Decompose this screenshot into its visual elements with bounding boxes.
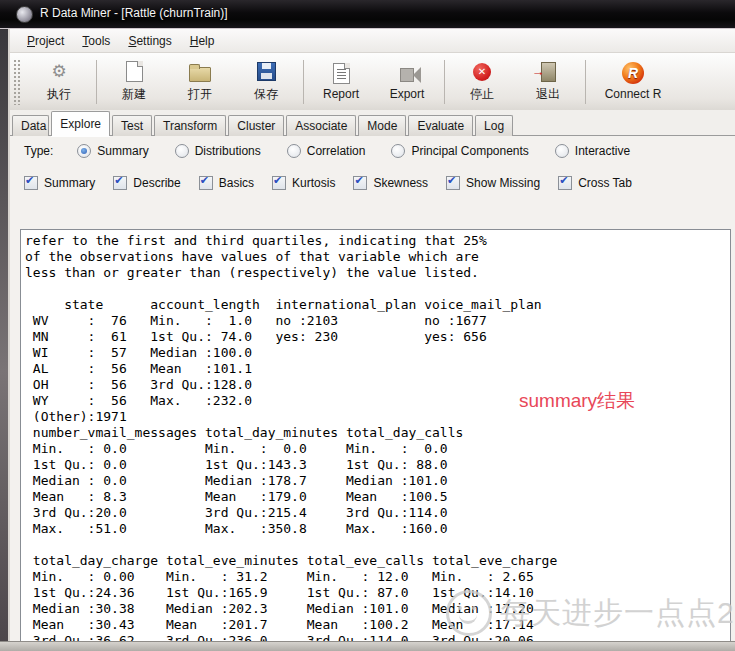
type-option-label: Interactive: [575, 144, 630, 158]
checkbox-checked-icon: [24, 176, 38, 190]
connect-r-button-label: Connect R: [605, 87, 662, 101]
type-option-correlation[interactable]: Correlation: [287, 144, 366, 158]
type-option-label: Correlation: [307, 144, 366, 158]
checkbox-label: Summary: [44, 176, 95, 190]
tab-associate[interactable]: Associate: [286, 115, 356, 136]
menu-help[interactable]: Help: [181, 31, 224, 51]
new-button-label: 新建: [122, 86, 146, 103]
toolbar-separator: [96, 60, 97, 104]
stop-icon: ✕: [473, 63, 491, 81]
open-button-label: 打开: [188, 86, 212, 103]
stop-button-label: 停止: [470, 86, 494, 103]
summary-output-box: refer to the first and third quartiles, …: [20, 229, 731, 651]
toolbar-separator: [303, 60, 304, 104]
checkbox-row: Summary Describe Basics Kurtosis Skewnes…: [24, 176, 650, 190]
new-page-icon: [126, 61, 143, 82]
tab-strip: Data Explore Test Transform Cluster Asso…: [10, 110, 735, 136]
export-button[interactable]: Export: [374, 57, 440, 107]
radio-icon: [287, 144, 301, 158]
checkbox-describe[interactable]: Describe: [113, 176, 180, 190]
connect-r-button[interactable]: R Connect R: [590, 57, 676, 107]
type-option-label: Principal Components: [411, 144, 528, 158]
checkbox-checked-icon: [113, 176, 127, 190]
execute-gears-icon: ⚙: [51, 61, 66, 83]
tab-transform[interactable]: Transform: [154, 115, 226, 136]
desktop-background: [0, 29, 8, 651]
checkbox-checked-icon: [446, 176, 460, 190]
rattle-app-icon: [16, 6, 33, 23]
menu-tools[interactable]: Tools: [73, 31, 119, 51]
export-button-label: Export: [390, 87, 425, 101]
report-button[interactable]: Report: [308, 57, 374, 107]
checkbox-cross-tab[interactable]: Cross Tab: [558, 176, 632, 190]
checkbox-label: Kurtosis: [292, 176, 335, 190]
save-floppy-icon: [257, 62, 276, 81]
tab-cluster[interactable]: Cluster: [228, 115, 284, 136]
r-logo-icon: R: [622, 62, 644, 84]
type-option-interactive[interactable]: Interactive: [555, 144, 630, 158]
open-button[interactable]: 打开: [167, 57, 233, 107]
window-title: R Data Miner - [Rattle (churnTrain)]: [40, 6, 228, 20]
quit-door-icon: [541, 62, 556, 82]
open-folder-icon: [189, 67, 211, 82]
stop-button[interactable]: ✕ 停止: [449, 57, 515, 107]
report-document-icon: [333, 63, 350, 84]
tab-test[interactable]: Test: [112, 115, 152, 136]
type-option-principal-components[interactable]: Principal Components: [391, 144, 528, 158]
checkbox-label: Describe: [133, 176, 180, 190]
report-button-label: Report: [323, 87, 359, 101]
summary-annotation: summary结果: [519, 388, 635, 414]
menu-settings[interactable]: Settings: [119, 31, 180, 51]
checkbox-label: Cross Tab: [578, 176, 632, 190]
toolbar-gripper[interactable]: [13, 59, 20, 105]
checkbox-basics[interactable]: Basics: [199, 176, 254, 190]
execute-button-label: 执行: [47, 86, 71, 103]
checkbox-label: Show Missing: [466, 176, 540, 190]
checkbox-checked-icon: [558, 176, 572, 190]
checkbox-checked-icon: [272, 176, 286, 190]
toolbar-separator: [444, 60, 445, 104]
toolbar: ⚙ 执行 新建 打开 保存 Report: [10, 53, 735, 111]
type-label: Type:: [24, 144, 53, 158]
menu-bar: Project Tools Settings Help: [10, 29, 735, 53]
type-option-label: Distributions: [195, 144, 261, 158]
radio-icon: [555, 144, 569, 158]
checkbox-kurtosis[interactable]: Kurtosis: [272, 176, 335, 190]
radio-selected-icon: [77, 144, 91, 158]
checkbox-skewness[interactable]: Skewness: [353, 176, 428, 190]
tab-log[interactable]: Log: [475, 115, 513, 136]
checkbox-label: Basics: [219, 176, 254, 190]
save-button-label: 保存: [254, 86, 278, 103]
checkbox-checked-icon: [353, 176, 367, 190]
checkbox-checked-icon: [199, 176, 213, 190]
summary-output[interactable]: refer to the first and third quartiles, …: [21, 230, 730, 651]
radio-icon: [175, 144, 189, 158]
screen: R Data Miner - [Rattle (churnTrain)] Pro…: [0, 0, 735, 651]
radio-icon: [391, 144, 405, 158]
tab-data[interactable]: Data: [12, 115, 49, 136]
type-row: Type: Summary Distributions Correlation …: [24, 144, 656, 158]
title-bar[interactable]: R Data Miner - [Rattle (churnTrain)]: [0, 0, 735, 29]
type-option-distributions[interactable]: Distributions: [175, 144, 261, 158]
export-icon: [400, 68, 414, 82]
new-button[interactable]: 新建: [101, 57, 167, 107]
tab-model[interactable]: Mode: [358, 115, 406, 136]
save-button[interactable]: 保存: [233, 57, 299, 107]
checkbox-show-missing[interactable]: Show Missing: [446, 176, 540, 190]
checkbox-summary[interactable]: Summary: [24, 176, 95, 190]
checkbox-label: Skewness: [373, 176, 428, 190]
tab-evaluate[interactable]: Evaluate: [408, 115, 473, 136]
toolbar-separator: [585, 60, 586, 104]
execute-button[interactable]: ⚙ 执行: [26, 57, 92, 107]
window-bottom-frame[interactable]: [0, 641, 735, 651]
menu-project[interactable]: Project: [18, 31, 73, 51]
tab-explore[interactable]: Explore: [51, 111, 110, 136]
quit-button[interactable]: 退出: [515, 57, 581, 107]
application-window: Project Tools Settings Help ⚙ 执行 新建 打开: [8, 29, 735, 641]
type-option-summary[interactable]: Summary: [77, 144, 148, 158]
type-option-label: Summary: [97, 144, 148, 158]
quit-button-label: 退出: [536, 86, 560, 103]
